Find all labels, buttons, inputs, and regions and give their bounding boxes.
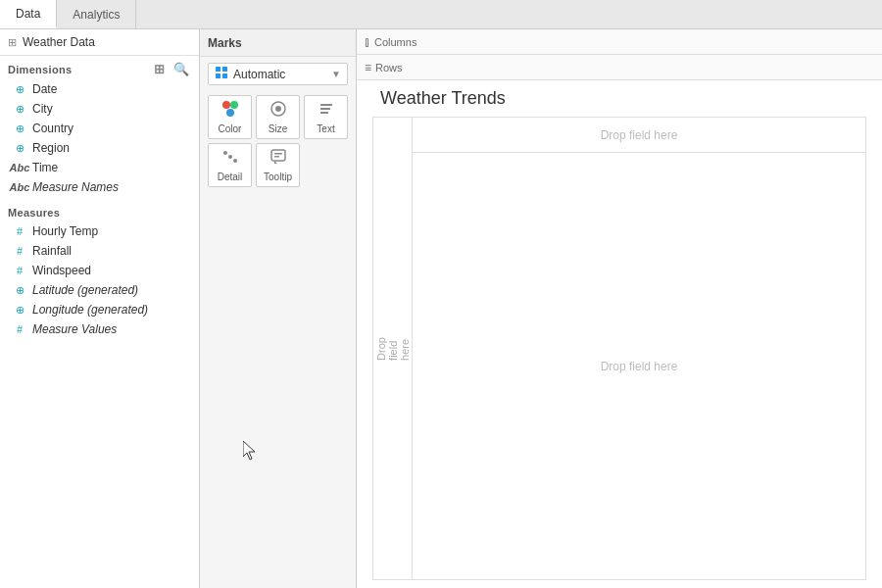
- datasource-icon: ⊞: [8, 36, 17, 49]
- size-button-label: Size: [269, 123, 287, 134]
- text-button-label: Text: [317, 123, 334, 134]
- color-circles-icon: [221, 100, 239, 122]
- field-label-hourly-temp: Hourly Temp: [32, 224, 98, 238]
- globe-icon-country: ⊕: [12, 121, 27, 136]
- field-label-longitude: Longitude (generated): [32, 303, 148, 317]
- dimensions-icons: ⊞ 🔍: [152, 62, 191, 76]
- field-label-region: Region: [32, 141, 70, 155]
- svg-point-13: [228, 155, 232, 159]
- hash-icon-hourly-temp: #: [12, 223, 27, 239]
- globe-icon-longitude: ⊕: [12, 302, 27, 318]
- svg-rect-11: [320, 112, 328, 114]
- main-layout: ⊞ Weather Data Dimensions ⊞ 🔍 ⊕ Date ⊕ C…: [0, 29, 882, 588]
- svg-rect-9: [320, 104, 332, 106]
- field-label-measure-values: Measure Values: [32, 322, 117, 336]
- canvas-area: Drop field here Drop field here Drop fie…: [372, 117, 866, 580]
- detail-icon: [221, 148, 239, 170]
- dimensions-label: Dimensions: [8, 64, 72, 75]
- field-windspeed[interactable]: # Windspeed: [0, 261, 199, 280]
- datasource-label: Weather Data: [23, 35, 95, 49]
- dropdown-arrow-icon: ▼: [331, 69, 341, 79]
- field-label-windspeed: Windspeed: [32, 264, 91, 277]
- hash-icon-windspeed: #: [12, 263, 27, 278]
- field-latitude[interactable]: ⊕ Latitude (generated): [0, 280, 199, 300]
- field-rainfall[interactable]: # Rainfall: [0, 241, 199, 261]
- marks-panel: Marks Automatic ▼ Color: [200, 29, 357, 588]
- canvas-row-label: Drop field here: [373, 118, 413, 579]
- field-longitude[interactable]: ⊕ Longitude (generated): [0, 300, 199, 319]
- marks-type-icon: [215, 66, 228, 82]
- detail-button-label: Detail: [218, 172, 243, 182]
- svg-rect-3: [222, 74, 227, 78]
- tab-analytics[interactable]: Analytics: [57, 0, 136, 28]
- marks-detail-button[interactable]: Detail: [208, 143, 252, 187]
- tooltip-icon: [270, 148, 287, 170]
- tab-data[interactable]: Data: [0, 0, 57, 28]
- globe-icon-latitude: ⊕: [12, 282, 27, 298]
- globe-icon-date: ⊕: [12, 81, 27, 97]
- marks-size-button[interactable]: Size: [256, 95, 300, 139]
- svg-rect-0: [216, 67, 220, 72]
- hash-icon-rainfall: #: [12, 243, 27, 259]
- rows-shelf-label: ≡ Rows: [357, 61, 435, 74]
- marks-color-button[interactable]: Color: [208, 95, 252, 139]
- globe-icon-region: ⊕: [12, 140, 27, 156]
- dimensions-header: Dimensions ⊞ 🔍: [0, 56, 199, 79]
- main-drop-text: Drop field here: [601, 360, 678, 373]
- field-measure-names[interactable]: Abc Measure Names: [0, 177, 199, 197]
- text-icon: [318, 100, 335, 122]
- globe-icon-city: ⊕: [12, 101, 27, 117]
- columns-shelf-icon: ⫿: [365, 35, 370, 49]
- field-label-rainfall: Rainfall: [32, 244, 72, 258]
- field-label-measure-names: Measure Names: [32, 180, 119, 194]
- field-region[interactable]: ⊕ Region: [0, 138, 199, 158]
- svg-point-5: [230, 101, 238, 109]
- field-label-date: Date: [32, 82, 57, 96]
- field-date[interactable]: ⊕ Date: [0, 79, 199, 99]
- marks-type-label: Automatic: [233, 68, 285, 81]
- marks-text-button[interactable]: Text: [304, 95, 348, 139]
- canvas-body: Drop field here Drop field here: [413, 118, 865, 579]
- hash-icon-measure-values: #: [12, 321, 27, 337]
- field-label-country: Country: [32, 122, 74, 135]
- marks-tooltip-button[interactable]: Tooltip: [256, 143, 300, 187]
- dimensions-search-icon[interactable]: 🔍: [172, 62, 191, 76]
- svg-point-6: [226, 109, 234, 117]
- size-icon: [270, 100, 287, 122]
- left-panel: ⊞ Weather Data Dimensions ⊞ 🔍 ⊕ Date ⊕ C…: [0, 29, 200, 588]
- columns-shelf-content[interactable]: [435, 30, 882, 54]
- field-measure-values[interactable]: # Measure Values: [0, 319, 199, 339]
- marks-type-dropdown[interactable]: Automatic ▼: [208, 63, 348, 85]
- field-city[interactable]: ⊕ City: [0, 99, 199, 119]
- canvas-top-drop-zone[interactable]: Drop field here: [413, 118, 865, 153]
- rows-shelf: ≡ Rows: [357, 55, 882, 80]
- color-button-label: Color: [219, 123, 242, 134]
- svg-point-4: [222, 101, 230, 109]
- canvas-main-drop-zone[interactable]: Drop field here: [413, 153, 865, 579]
- canvas-row-drop-text: Drop field here: [375, 337, 411, 361]
- svg-rect-15: [271, 150, 285, 161]
- tooltip-button-label: Tooltip: [264, 172, 292, 182]
- columns-shelf-label: ⫿ Columns: [357, 35, 435, 49]
- measures-label: Measures: [8, 207, 60, 219]
- abc-icon-measure-names: Abc: [12, 179, 27, 195]
- rows-shelf-icon: ≡: [365, 61, 371, 74]
- svg-point-14: [233, 159, 237, 163]
- svg-rect-2: [216, 74, 220, 78]
- rows-shelf-content[interactable]: [435, 56, 882, 79]
- measures-header: Measures: [0, 201, 199, 221]
- dimensions-grid-icon[interactable]: ⊞: [152, 62, 167, 76]
- svg-rect-17: [274, 153, 282, 155]
- columns-shelf: ⫿ Columns: [357, 29, 882, 55]
- abc-icon-time: Abc: [12, 160, 27, 175]
- field-time[interactable]: Abc Time: [0, 158, 199, 177]
- field-country[interactable]: ⊕ Country: [0, 119, 199, 138]
- field-label-latitude: Latitude (generated): [32, 283, 138, 297]
- view-title: Weather Trends: [372, 88, 866, 109]
- field-hourly-temp[interactable]: # Hourly Temp: [0, 221, 199, 241]
- marks-buttons-grid: Color Size: [200, 91, 356, 191]
- svg-point-8: [275, 106, 281, 112]
- datasource-row[interactable]: ⊞ Weather Data: [0, 29, 199, 56]
- svg-rect-1: [222, 67, 227, 72]
- top-drop-text: Drop field here: [601, 128, 678, 142]
